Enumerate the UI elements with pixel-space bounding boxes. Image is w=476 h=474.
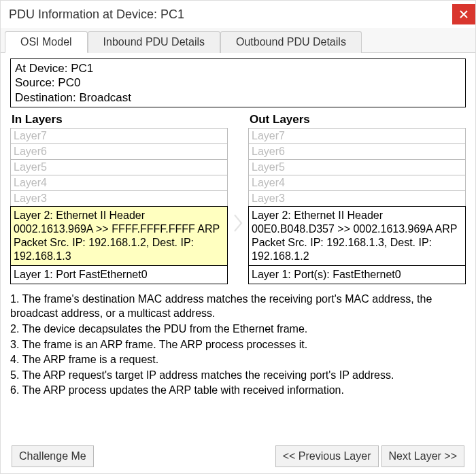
challenge-me-button[interactable]: Challenge Me [12,445,94,467]
window-title: PDU Information at Device: PC1 [9,7,184,22]
out-layer7[interactable]: Layer7 [248,128,466,144]
step-5: 5. The ARP request's target IP address m… [10,368,466,383]
in-layer2[interactable]: Layer 2: Ethernet II Header 0002.1613.96… [10,206,228,266]
out-layer4[interactable]: Layer4 [248,175,466,191]
footer-buttons: Challenge Me << Previous Layer Next Laye… [10,440,466,470]
arrow-column [232,112,244,233]
step-3: 3. The frame is an ARP frame. The ARP pr… [10,337,466,352]
out-layer2[interactable]: Layer 2: Ethernet II Header 00E0.B048.D3… [248,206,466,266]
tab-osi-model[interactable]: OSI Model [5,31,88,53]
tab-outbound-pdu[interactable]: Outbound PDU Details [220,31,362,53]
previous-layer-button[interactable]: << Previous Layer [275,445,379,467]
step-6: 6. The ARP process updates the ARP table… [10,383,466,398]
next-layer-button[interactable]: Next Layer >> [381,445,465,467]
close-icon [460,10,468,18]
step-2: 2. The device decapsulates the PDU from … [10,322,466,337]
out-layers-column: Out Layers Layer7 Layer6 Layer5 Layer4 L… [248,112,466,284]
at-device-line: At Device: PC1 [15,61,461,75]
step-4: 4. The ARP frame is a request. [10,352,466,367]
arrow-right-icon [233,214,243,233]
out-layer3[interactable]: Layer3 [248,190,466,207]
in-layer5[interactable]: Layer5 [10,159,228,175]
out-layers-title: Out Layers [250,113,466,126]
in-layers-column: In Layers Layer7 Layer6 Layer5 Layer4 La… [10,112,228,284]
device-info-box: At Device: PC1 Source: PC0 Destination: … [10,58,466,107]
tab-bar: OSI Model Inbound PDU Details Outbound P… [1,28,475,53]
out-layer5[interactable]: Layer5 [248,159,466,175]
close-button[interactable] [452,4,475,24]
in-layer1[interactable]: Layer 1: Port FastEthernet0 [10,265,228,284]
titlebar: PDU Information at Device: PC1 [1,1,475,28]
in-layer3[interactable]: Layer3 [10,190,228,207]
layers-row: In Layers Layer7 Layer6 Layer5 Layer4 La… [10,112,466,284]
destination-line: Destination: Broadcast [15,90,461,105]
in-layers-title: In Layers [12,113,228,126]
tab-inbound-pdu[interactable]: Inbound PDU Details [88,31,220,53]
source-line: Source: PC0 [15,75,461,90]
out-layer1[interactable]: Layer 1: Port(s): FastEthernet0 [248,265,466,284]
step-1: 1. The frame's destination MAC address m… [10,292,466,321]
in-layer6[interactable]: Layer6 [10,143,228,160]
in-layer4[interactable]: Layer4 [10,175,228,191]
in-layer7[interactable]: Layer7 [10,128,228,144]
content-area: At Device: PC1 Source: PC0 Destination: … [1,53,475,474]
out-layer6[interactable]: Layer6 [248,143,466,160]
process-steps: 1. The frame's destination MAC address m… [10,292,466,440]
